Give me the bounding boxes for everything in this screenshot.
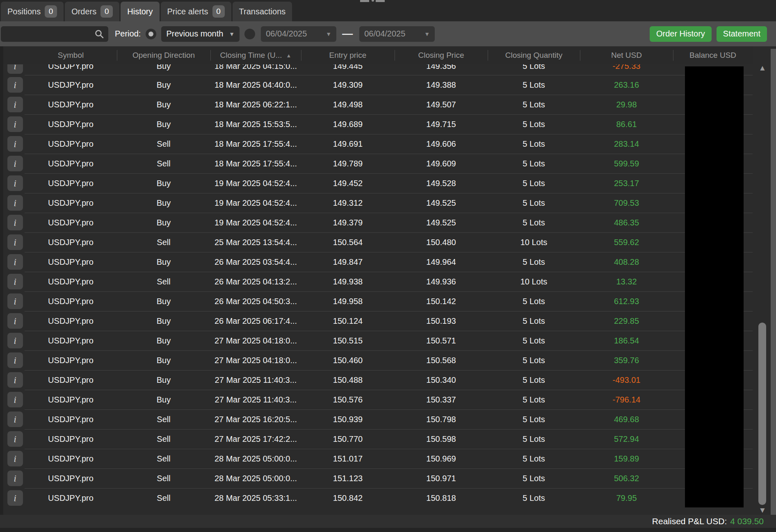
cell-closing-price: 150.142: [395, 291, 488, 311]
info-button[interactable]: i: [7, 293, 23, 309]
table-row[interactable]: i USDJPY.pro Sell 28 Mar 2025 05:00:0...…: [0, 449, 753, 468]
scrollbar-up-button[interactable]: ▲: [757, 64, 768, 73]
header-cell-net-usd[interactable]: Net USD: [580, 46, 673, 64]
table-row[interactable]: i USDJPY.pro Buy 18 Mar 2025 04:40:0... …: [0, 75, 753, 95]
table-row[interactable]: i USDJPY.pro Buy 27 Mar 2025 11:40:3... …: [0, 370, 753, 390]
info-button[interactable]: i: [7, 372, 23, 388]
tab-price-alerts[interactable]: Price alerts 0: [161, 2, 231, 21]
table-row[interactable]: i USDJPY.pro Buy 18 Mar 2025 15:53:5... …: [0, 114, 753, 134]
cell-closing-time: 27 Mar 2025 04:18:0...: [210, 331, 301, 350]
cell-symbol: USDJPY.pro: [25, 173, 117, 193]
cell-entry-price: 149.379: [301, 213, 395, 232]
table-row[interactable]: i USDJPY.pro Buy 19 Mar 2025 04:52:4... …: [0, 173, 753, 193]
cell-closing-time: 27 Mar 2025 11:40:3...: [210, 390, 301, 409]
cell-net-usd: 559.62: [580, 232, 673, 252]
tab-orders[interactable]: Orders 0: [65, 2, 119, 21]
period-preset-radio[interactable]: [146, 29, 156, 39]
period-select[interactable]: Previous month ▼: [161, 26, 240, 42]
info-button[interactable]: i: [7, 64, 23, 74]
cell-closing-price: 149.715: [395, 114, 488, 134]
info-button[interactable]: i: [7, 431, 23, 447]
info-button[interactable]: i: [7, 490, 23, 506]
table-row[interactable]: i USDJPY.pro Sell 28 Mar 2025 05:33:1...…: [0, 488, 753, 508]
scrollbar-down-button[interactable]: ▼: [757, 506, 768, 515]
info-button[interactable]: i: [7, 175, 23, 191]
table-row[interactable]: i USDJPY.pro Buy 26 Mar 2025 04:50:3... …: [0, 291, 753, 311]
cell-symbol: USDJPY.pro: [25, 232, 117, 252]
info-button[interactable]: i: [7, 471, 23, 486]
cell-symbol: USDJPY.pro: [25, 449, 117, 468]
info-button[interactable]: i: [7, 274, 23, 289]
table-row[interactable]: i USDJPY.pro Sell 18 Mar 2025 17:55:4...…: [0, 134, 753, 154]
cell-closing-time: 18 Mar 2025 06:22:1...: [210, 95, 301, 114]
table-row[interactable]: i USDJPY.pro Buy 26 Mar 2025 03:54:4... …: [0, 252, 753, 272]
cell-closing-time: 27 Mar 2025 16:20:5...: [210, 409, 301, 429]
cell-entry-price: 150.564: [301, 232, 395, 252]
tab-transactions[interactable]: Transactions: [233, 2, 292, 21]
cell-net-usd: -493.01: [580, 370, 673, 390]
statement-button[interactable]: Statement: [717, 26, 767, 42]
table-row[interactable]: i USDJPY.pro Sell 27 Mar 2025 17:42:2...…: [0, 429, 753, 449]
header-cell-entry-price[interactable]: Entry price: [301, 46, 395, 64]
cell-net-usd: 159.89: [580, 449, 673, 468]
table-row[interactable]: i USDJPY.pro Buy 18 Mar 2025 06:22:1... …: [0, 95, 753, 114]
info-button[interactable]: i: [7, 97, 23, 112]
header-cell-opening-direction[interactable]: Opening Direction: [117, 46, 210, 64]
table-row[interactable]: i USDJPY.pro Buy 26 Mar 2025 06:17:4... …: [0, 311, 753, 331]
info-button[interactable]: i: [7, 234, 23, 250]
info-button[interactable]: i: [7, 254, 23, 270]
table-row[interactable]: i USDJPY.pro Buy 19 Mar 2025 04:52:4... …: [0, 193, 753, 213]
row-separator: [25, 252, 753, 252]
table-row[interactable]: i USDJPY.pro Buy 18 Mar 2025 04:15:0... …: [0, 64, 753, 75]
info-button[interactable]: i: [7, 352, 23, 368]
info-button[interactable]: i: [7, 313, 23, 329]
header-cell-balance-usd[interactable]: Balance USD: [673, 46, 753, 64]
info-button[interactable]: i: [7, 392, 23, 407]
table-row[interactable]: i USDJPY.pro Sell 18 Mar 2025 17:55:4...…: [0, 154, 753, 173]
info-button[interactable]: i: [7, 136, 23, 152]
info-button[interactable]: i: [7, 412, 23, 427]
info-button[interactable]: i: [7, 77, 23, 93]
tab-list: Positions 0 Orders 0 History Price alert…: [1, 2, 292, 21]
table-row[interactable]: i USDJPY.pro Sell 26 Mar 2025 04:13:2...…: [0, 272, 753, 291]
cell-symbol: USDJPY.pro: [25, 193, 117, 213]
cell-closing-price: 149.606: [395, 134, 488, 154]
table-row[interactable]: i USDJPY.pro Sell 25 Mar 2025 13:54:4...…: [0, 232, 753, 252]
chevron-down-icon: ▼: [424, 31, 430, 37]
search-input[interactable]: [1, 30, 123, 39]
order-history-button[interactable]: Order History: [650, 26, 712, 42]
cell-opening-direction: Buy: [117, 213, 210, 232]
header-cell-closing-time[interactable]: Closing Time (U...▲: [210, 46, 301, 64]
cell-opening-direction: Buy: [117, 64, 210, 75]
header-cell-closing-price[interactable]: Closing Price: [395, 46, 488, 64]
table-row[interactable]: i USDJPY.pro Buy 19 Mar 2025 04:52:4... …: [0, 213, 753, 232]
info-button[interactable]: i: [7, 215, 23, 230]
header-cell-symbol[interactable]: Symbol: [25, 46, 117, 64]
cell-closing-price: 150.480: [395, 232, 488, 252]
info-button[interactable]: i: [7, 116, 23, 132]
date-from-field[interactable]: 06/04/2025 ▼: [261, 26, 336, 42]
tab-count-badge: 0: [100, 5, 113, 18]
table-row[interactable]: i USDJPY.pro Buy 27 Mar 2025 04:18:0... …: [0, 331, 753, 350]
tab-history[interactable]: History: [121, 2, 159, 21]
scrollbar-thumb[interactable]: [758, 323, 766, 505]
info-button[interactable]: i: [7, 156, 23, 171]
info-button[interactable]: i: [7, 333, 23, 348]
cell-opening-direction: Buy: [117, 291, 210, 311]
row-separator: [25, 390, 753, 390]
cell-symbol: USDJPY.pro: [25, 134, 117, 154]
info-button[interactable]: i: [7, 195, 23, 211]
outer-scrollbar-track[interactable]: [771, 49, 776, 532]
table-row[interactable]: i USDJPY.pro Buy 27 Mar 2025 04:18:0... …: [0, 350, 753, 370]
table-row[interactable]: i USDJPY.pro Buy 27 Mar 2025 11:40:3... …: [0, 390, 753, 409]
table-row[interactable]: i USDJPY.pro Sell 27 Mar 2025 16:20:5...…: [0, 409, 753, 429]
cell-closing-quantity: 5 Lots: [488, 173, 580, 193]
date-to-field[interactable]: 06/04/2025 ▼: [359, 26, 435, 42]
period-custom-radio[interactable]: [244, 29, 255, 39]
cell-closing-quantity: 5 Lots: [488, 134, 580, 154]
table-row[interactable]: i USDJPY.pro Sell 28 Mar 2025 05:00:0...…: [0, 468, 753, 488]
header-cell-closing-quantity[interactable]: Closing Quantity: [488, 46, 580, 64]
info-button[interactable]: i: [7, 451, 23, 466]
cell-closing-quantity: 5 Lots: [488, 468, 580, 488]
tab-positions[interactable]: Positions 0: [1, 2, 64, 21]
